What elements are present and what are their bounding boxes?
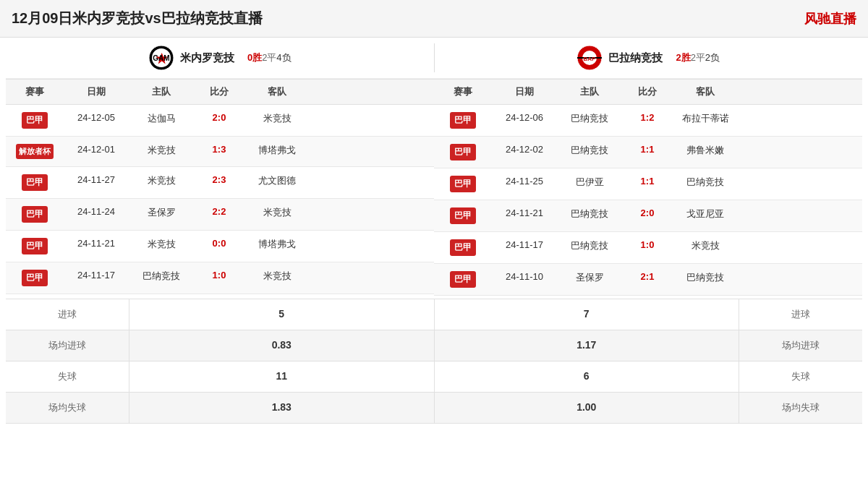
stat-label-right: 进球 [739, 299, 862, 330]
right-league-cell: 巴甲 [434, 137, 492, 168]
left-score-cell: 2:0 [194, 105, 244, 136]
right-league-cell: 巴甲 [434, 200, 492, 231]
left-header-home: 主队 [129, 80, 194, 104]
left-table-row: 巴甲 24-11-17 巴纳竞技 1:0 米竞技 [6, 262, 434, 294]
right-team-logo: BAP [576, 45, 603, 71]
right-date-cell: 24-11-21 [492, 200, 557, 231]
left-league-badge: 巴甲 [22, 112, 48, 129]
right-away-cell: 弗鲁米嫩 [673, 137, 738, 168]
left-home-cell: 巴纳竞技 [129, 262, 194, 294]
right-header-league: 赛事 [434, 80, 492, 104]
left-table-row: 解放者杯 24-12-01 米竞技 1:3 博塔弗戈 [6, 137, 434, 167]
page-wrapper: 12月09日米内罗竞技vs巴拉纳竞技直播 风驰直播 GAM 米内罗竞技 0胜2平… [0, 0, 868, 488]
left-league-badge: 巴甲 [22, 206, 48, 223]
left-header-league: 赛事 [6, 80, 64, 104]
left-table-row: 巴甲 24-11-24 圣保罗 2:2 米竞技 [6, 199, 434, 231]
right-draw: 2平 [691, 52, 705, 63]
right-data-rows: 巴甲 24-12-06 巴纳竞技 1:2 布拉干蒂诺 巴甲 24-12-02 巴… [434, 105, 862, 296]
stat-label-left: 失球 [6, 361, 129, 392]
right-league-badge: 巴甲 [450, 207, 476, 224]
right-score-cell: 1:1 [622, 137, 673, 168]
left-lose: 4负 [276, 52, 291, 63]
header: 12月09日米内罗竞技vs巴拉纳竞技直播 风驰直播 [0, 0, 868, 38]
right-date-cell: 24-12-06 [492, 105, 557, 136]
left-score-cell: 2:2 [194, 199, 244, 230]
left-league-cell: 巴甲 [6, 199, 64, 230]
left-win: 0胜 [247, 52, 262, 63]
left-home-cell: 米竞技 [129, 167, 194, 198]
stats-section: 进球 5 7 进球 场均进球 0.83 1.17 场均进球 失球 11 6 失球… [6, 299, 862, 424]
svg-text:GAM: GAM [153, 54, 169, 62]
right-lose: 2负 [705, 52, 720, 63]
right-score-cell: 1:2 [622, 105, 673, 136]
stat-val-right: 1.00 [435, 393, 740, 423]
left-table: 赛事 日期 主队 比分 客队 巴甲 24-12-05 达伽马 2:0 米竞技 解… [6, 79, 434, 296]
left-table-row: 巴甲 24-12-05 达伽马 2:0 米竞技 [6, 105, 434, 137]
left-data-rows: 巴甲 24-12-05 达伽马 2:0 米竞技 解放者杯 24-12-01 米竞… [6, 105, 434, 294]
left-date-cell: 24-12-01 [64, 137, 129, 166]
right-league-badge: 巴甲 [450, 271, 476, 288]
stat-label-right: 场均进球 [739, 330, 862, 361]
left-league-badge: 巴甲 [22, 174, 48, 191]
right-league-badge: 巴甲 [450, 176, 476, 192]
left-away-cell: 米竞技 [244, 199, 310, 230]
left-header-away: 客队 [244, 80, 310, 104]
right-date-cell: 24-11-10 [492, 264, 557, 295]
right-away-cell: 布拉干蒂诺 [673, 105, 738, 136]
left-header-score: 比分 [194, 80, 244, 104]
right-team-name: 巴拉纳竞技 [608, 51, 663, 65]
left-away-cell: 米竞技 [244, 105, 310, 136]
right-league-cell: 巴甲 [434, 264, 492, 295]
team-info-bar: GAM 米内罗竞技 0胜2平4负 BAP 巴拉纳竞技 2胜2平2负 [6, 38, 862, 79]
right-home-cell: 巴纳竞技 [557, 200, 622, 231]
page-title: 12月09日米内罗竞技vs巴拉纳竞技直播 [12, 9, 263, 28]
right-score-cell: 1:0 [622, 232, 673, 263]
left-team-info: GAM 米内罗竞技 0胜2平4负 [6, 45, 434, 71]
left-score-cell: 0:0 [194, 231, 244, 262]
right-win: 2胜 [676, 52, 690, 63]
left-col-headers: 赛事 日期 主队 比分 客队 [6, 79, 434, 105]
stat-val-left: 0.83 [129, 330, 434, 361]
right-table-row: 巴甲 24-11-17 巴纳竞技 1:0 米竞技 [434, 232, 862, 264]
right-team-record: 2胜2平2负 [676, 51, 720, 64]
right-league-cell: 巴甲 [434, 105, 492, 136]
stat-val-right: 7 [435, 299, 740, 330]
left-date-cell: 24-11-24 [64, 199, 129, 230]
right-score-cell: 1:1 [622, 168, 673, 200]
left-league-cell: 解放者杯 [6, 137, 64, 166]
right-date-cell: 24-12-02 [492, 137, 557, 168]
right-away-cell: 戈亚尼亚 [673, 200, 738, 231]
stat-row: 场均进球 0.83 1.17 场均进球 [6, 330, 862, 361]
left-away-cell: 米竞技 [244, 262, 310, 294]
stat-row: 进球 5 7 进球 [6, 299, 862, 330]
stat-label-right: 失球 [739, 361, 862, 392]
right-league-badge: 巴甲 [450, 144, 476, 160]
stat-label-left: 场均进球 [6, 330, 129, 361]
right-home-cell: 巴纳竞技 [557, 232, 622, 263]
left-home-cell: 达伽马 [129, 105, 194, 136]
right-table-row: 巴甲 24-12-02 巴纳竞技 1:1 弗鲁米嫩 [434, 137, 862, 168]
right-table: 赛事 日期 主队 比分 客队 巴甲 24-12-06 巴纳竞技 1:2 布拉干蒂… [434, 79, 862, 296]
right-away-cell: 巴纳竞技 [673, 168, 738, 200]
stat-val-left: 11 [129, 361, 434, 392]
left-away-cell: 博塔弗戈 [244, 137, 310, 166]
right-header-score: 比分 [622, 80, 673, 104]
right-home-cell: 巴纳竞技 [557, 137, 622, 168]
left-date-cell: 24-11-27 [64, 167, 129, 198]
left-league-badge: 解放者杯 [16, 144, 54, 159]
left-league-badge: 巴甲 [22, 270, 48, 286]
left-league-cell: 巴甲 [6, 231, 64, 262]
left-table-row: 巴甲 24-11-27 米竞技 2:3 尤文图德 [6, 167, 434, 199]
right-score-cell: 2:0 [622, 200, 673, 231]
right-league-cell: 巴甲 [434, 168, 492, 200]
left-league-cell: 巴甲 [6, 262, 64, 294]
left-header-date: 日期 [64, 80, 129, 104]
main-content: GAM 米内罗竞技 0胜2平4负 BAP 巴拉纳竞技 2胜2平2负 [0, 38, 868, 432]
left-league-badge: 巴甲 [22, 238, 48, 254]
left-date-cell: 24-11-21 [64, 231, 129, 262]
stat-label-right: 场均失球 [739, 393, 862, 423]
right-score-cell: 2:1 [622, 264, 673, 295]
brand-name: 风驰直播 [804, 10, 856, 27]
left-team-record: 0胜2平4负 [247, 51, 292, 64]
left-date-cell: 24-11-17 [64, 262, 129, 294]
